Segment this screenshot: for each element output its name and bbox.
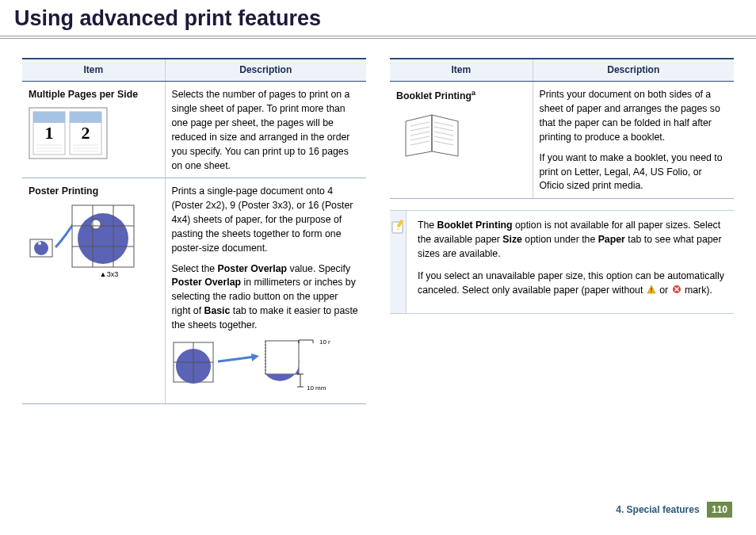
svg-text:1: 1 — [45, 123, 54, 143]
page-title: Using advanced print features — [0, 0, 756, 39]
svg-marker-30 — [251, 353, 259, 361]
col-header-item: Item — [22, 59, 165, 82]
right-table: Item Description Booklet Printinga — [390, 58, 734, 199]
svg-rect-5 — [70, 112, 101, 123]
table-row: Poster Printing — [22, 178, 366, 404]
warning-icon — [647, 285, 656, 294]
svg-marker-42 — [432, 115, 458, 156]
page-number: 110 — [707, 502, 732, 518]
content-columns: Item Description Multiple Pages per Side — [0, 39, 756, 404]
item-desc: Prints your document on both sides of a … — [533, 82, 734, 199]
error-icon — [672, 285, 682, 294]
desc-text: Select the Poster Overlap value. Specify… — [172, 262, 359, 333]
page-footer: 4. Special features 110 — [616, 502, 732, 518]
booklet-illustration — [396, 109, 525, 166]
poster-overlap-illustration: 10 mm 10 mm — [172, 339, 359, 399]
svg-text:3x3: 3x3 — [107, 270, 119, 278]
poster-printing-illustration: ▲ 3x3 — [29, 204, 157, 284]
table-row: Multiple Pages per Side 1 — [22, 82, 366, 178]
svg-point-15 — [38, 242, 41, 245]
note-icon — [390, 219, 406, 235]
desc-text: Prints a single-page document onto 4 (Po… — [172, 185, 359, 255]
note-text: The Booklet Printing option is not avail… — [418, 219, 724, 261]
breadcrumb: 4. Special features — [616, 504, 699, 515]
left-column: Item Description Multiple Pages per Side — [22, 58, 366, 404]
svg-marker-41 — [406, 115, 432, 156]
item-name: Poster Printing — [29, 185, 98, 197]
col-header-desc: Description — [533, 59, 734, 82]
note-text: If you select an unavailable paper size,… — [418, 269, 724, 298]
svg-point-18 — [78, 213, 128, 264]
item-name: Booklet Printing — [396, 90, 472, 101]
item-desc: Prints a single-page document onto 4 (Po… — [165, 178, 366, 404]
desc-text: Prints your document on both sides of a … — [540, 88, 727, 144]
svg-point-14 — [34, 241, 48, 255]
svg-text:▲: ▲ — [100, 270, 107, 278]
svg-text:10 mm: 10 mm — [319, 339, 330, 346]
desc-text: If you want to make a booklet, you need … — [540, 151, 727, 193]
svg-rect-2 — [33, 112, 65, 123]
col-header-item: Item — [390, 59, 533, 82]
svg-rect-31 — [265, 341, 299, 374]
svg-text:2: 2 — [82, 123, 90, 143]
multiple-pages-illustration: 1 2 — [29, 107, 157, 164]
table-row: Booklet Printinga — [390, 82, 734, 199]
col-header-desc: Description — [165, 59, 366, 82]
item-desc: Selects the number of pages to print on … — [165, 82, 366, 178]
footnote-mark: a — [472, 89, 475, 97]
desc-text: Selects the number of pages to print on … — [172, 88, 359, 173]
item-name: Multiple Pages per Side — [29, 89, 138, 100]
left-table: Item Description Multiple Pages per Side — [22, 58, 366, 404]
svg-rect-59 — [651, 291, 651, 292]
svg-text:10 mm: 10 mm — [307, 384, 326, 392]
note-box: The Booklet Printing option is not avail… — [390, 210, 734, 314]
svg-rect-58 — [651, 288, 651, 291]
right-column: Item Description Booklet Printinga — [390, 58, 734, 404]
